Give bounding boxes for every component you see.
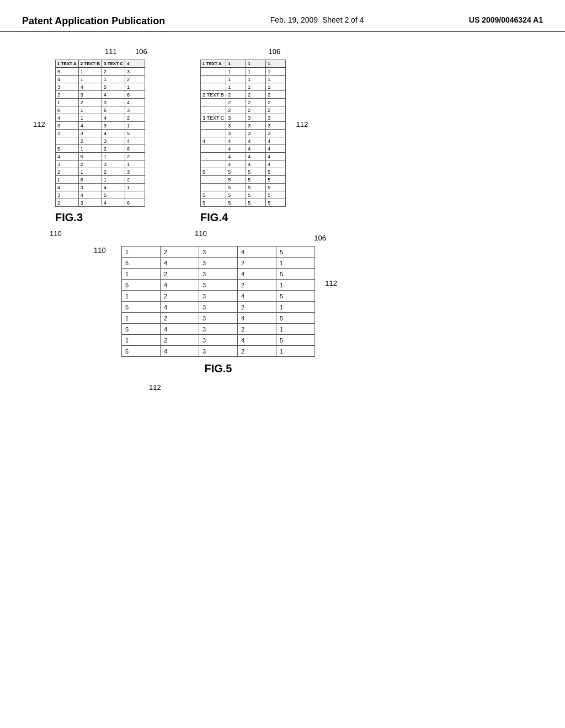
fig4-cell-4-1: 2 <box>226 99 246 106</box>
fig4-cell-3-2: 2 <box>246 91 266 99</box>
ref-112-fig5-bottom: 112 <box>149 383 161 392</box>
fig4-cell-0-0 <box>201 68 226 76</box>
fig4-cell-6-1: 3 <box>226 114 246 122</box>
fig4-header-2: 1 <box>246 60 266 68</box>
fig4-cell-16-2: 5 <box>246 191 266 199</box>
fig5-cell-1-1: 4 <box>161 258 199 269</box>
fig4-cell-17-1: 5 <box>226 199 246 207</box>
fig3-cell-16-1: 4 <box>78 191 102 199</box>
fig3-cell-13-0: 2 <box>56 168 79 176</box>
fig3-cell-7-1: 4 <box>78 122 102 130</box>
fig3-cell-7-3: 1 <box>125 122 145 130</box>
fig4-cell-6-3: 3 <box>266 114 286 122</box>
fig3-cell-10-1: 1 <box>78 145 102 153</box>
fig4-cell-14-1: 5 <box>226 176 246 184</box>
fig3-label: FIG.3 <box>55 211 145 224</box>
fig3-cell-16-3 <box>125 191 145 199</box>
fig3-cell-8-0: 2 <box>56 130 79 137</box>
fig4-cell-2-1: 1 <box>226 83 246 91</box>
fig5-block: 110 106 112 1234554321123455432112345543… <box>121 246 315 375</box>
ref-112-fig4: 112 <box>296 120 308 129</box>
fig3-cell-8-2: 4 <box>102 130 125 137</box>
fig4-cell-13-3: 5 <box>266 168 286 176</box>
fig3-cell-17-1: 3 <box>78 199 102 207</box>
fig4-label: FIG.4 <box>200 211 286 224</box>
fig5-label: FIG.5 <box>204 362 232 374</box>
fig5-cell-2-4: 5 <box>276 269 315 280</box>
fig5-cell-7-3: 2 <box>238 324 276 335</box>
fig3-cell-2-1: 4 <box>78 83 102 91</box>
fig5-cell-9-0: 5 <box>122 346 161 357</box>
fig3-cell-3-3: 6 <box>125 91 145 99</box>
fig3-cell-1-0: 4 <box>56 76 79 83</box>
fig5-cell-6-1: 2 <box>161 313 199 324</box>
fig5-cell-1-3: 2 <box>238 258 276 269</box>
fig5-cell-6-4: 5 <box>276 313 315 324</box>
fig4-cell-15-3: 5 <box>266 184 286 191</box>
fig3-cell-17-3: 6 <box>125 199 145 207</box>
fig4-cell-3-0: 2 TEXT B <box>201 91 226 99</box>
fig3-cell-4-3: 4 <box>125 99 145 106</box>
figures-top-row: 111 106 112 1 TEXT A 2 TEXT B 3 TEXT C 4… <box>22 60 543 224</box>
fig4-header-3: 1 <box>266 60 286 68</box>
fig4-cell-4-0 <box>201 99 226 106</box>
fig5-cell-6-3: 4 <box>238 313 276 324</box>
fig4-cell-11-3: 4 <box>266 153 286 160</box>
fig4-cell-17-3: 5 <box>266 199 286 207</box>
fig5-cell-8-1: 2 <box>161 335 199 346</box>
fig4-cell-2-3: 1 <box>266 83 286 91</box>
fig3-cell-11-2: 1 <box>102 153 125 160</box>
fig3-cell-10-2: 2 <box>102 145 125 153</box>
fig3-cell-1-1: 1 <box>78 76 102 83</box>
fig3-cell-15-3: 1 <box>125 184 145 191</box>
fig4-cell-7-3: 3 <box>266 122 286 130</box>
fig4-cell-5-0 <box>201 106 226 114</box>
fig4-cell-10-3: 4 <box>266 145 286 153</box>
ref-110-fig4: 110 <box>195 229 207 238</box>
fig5-cell-0-0: 1 <box>122 247 161 258</box>
fig3-cell-13-3: 3 <box>125 168 145 176</box>
fig4-cell-1-1: 1 <box>226 76 246 83</box>
fig3-cell-0-0: 5 <box>56 68 79 76</box>
fig5-cell-5-3: 2 <box>238 302 276 313</box>
fig5-cell-4-0: 1 <box>122 291 161 302</box>
fig3-cell-2-3: 1 <box>125 83 145 91</box>
fig5-cell-1-0: 5 <box>122 258 161 269</box>
fig3-col4-header: 4 <box>125 60 145 68</box>
fig5-cell-0-2: 3 <box>199 247 238 258</box>
fig3-cell-5-1: 1 <box>78 106 102 114</box>
fig4-cell-12-1: 4 <box>226 160 246 168</box>
fig4-cell-0-3: 1 <box>266 68 286 76</box>
fig4-cell-12-0 <box>201 160 226 168</box>
fig3-cell-8-3: 5 <box>125 130 145 137</box>
fig4-cell-13-2: 5 <box>246 168 266 176</box>
fig3-col3-header: 3 TEXT C <box>102 60 125 68</box>
fig4-cell-0-2: 1 <box>246 68 266 76</box>
fig4-cell-8-0 <box>201 130 226 137</box>
ref-112-fig3: 112 <box>33 120 45 129</box>
fig4-cell-6-2: 3 <box>246 114 266 122</box>
fig4-cell-5-1: 2 <box>226 106 246 114</box>
fig3-cell-3-2: 4 <box>102 91 125 99</box>
fig4-cell-13-0: 5 <box>201 168 226 176</box>
fig4-cell-10-0 <box>201 145 226 153</box>
fig3-cell-2-0: 3 <box>56 83 79 91</box>
fig5-cell-0-1: 2 <box>161 247 199 258</box>
fig4-cell-7-2: 3 <box>246 122 266 130</box>
fig3-cell-17-0: 2 <box>56 199 79 207</box>
fig4-grid: 1 TEXT A1111111111112 TEXT B2222222223 T… <box>200 60 286 207</box>
fig3-cell-7-0: 3 <box>56 122 79 130</box>
fig4-cell-17-2: 5 <box>246 199 266 207</box>
fig4-cell-8-1: 3 <box>226 130 246 137</box>
fig5-cell-4-3: 4 <box>238 291 276 302</box>
fig3-cell-9-3: 4 <box>125 137 145 145</box>
fig3-cell-11-3: 2 <box>125 153 145 160</box>
fig5-cell-6-0: 1 <box>122 313 161 324</box>
fig5-cell-9-1: 4 <box>161 346 199 357</box>
fig4-cell-11-0 <box>201 153 226 160</box>
fig3-cell-2-2: 5 <box>102 83 125 91</box>
fig5-cell-3-2: 3 <box>199 280 238 291</box>
fig4-cell-9-1: 4 <box>226 137 246 145</box>
fig5-cell-5-4: 1 <box>276 302 315 313</box>
fig3-cell-11-0: 4 <box>56 153 79 160</box>
